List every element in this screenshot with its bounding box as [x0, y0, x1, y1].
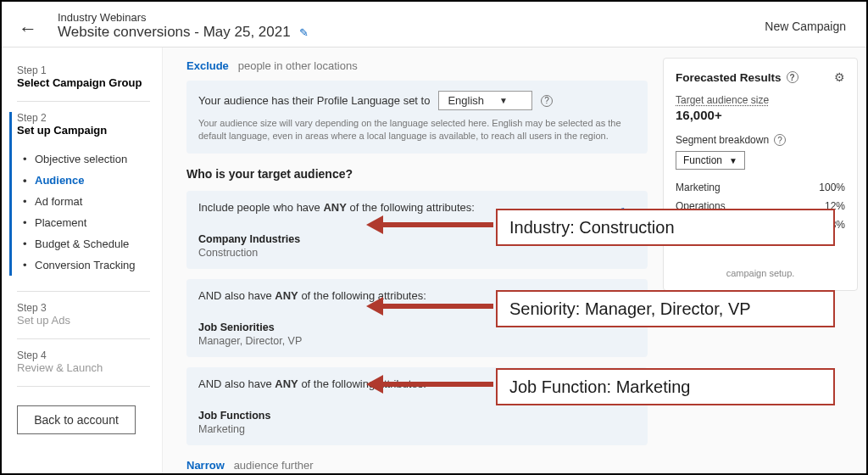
substeps-list: Objective selection Audience Ad format P… — [17, 148, 150, 276]
forecast-title-row: Forecasted Results ? — [676, 71, 798, 84]
target-audience-value: 16,000+ — [676, 108, 845, 122]
divider — [17, 338, 150, 339]
main-content: Exclude people in other locations Your a… — [163, 48, 663, 473]
target-audience-label: Target audience size — [676, 94, 845, 106]
language-select[interactable]: English ▼ — [438, 91, 532, 110]
segment-select[interactable]: Function ▼ — [676, 151, 745, 170]
segment-row: Marketing 100% — [676, 178, 845, 197]
forecast-title: Forecasted Results — [676, 71, 782, 84]
attr-lead-1: Include people who have ANY of the follo… — [198, 201, 475, 214]
step1-label: Step 1 — [17, 64, 150, 76]
annotation-arrow — [366, 224, 493, 225]
annotation-industry: Industry: Construction — [496, 209, 835, 246]
language-box: Your audience has their Profile Language… — [186, 81, 648, 154]
exclude-locations-link[interactable]: Exclude — [186, 59, 229, 72]
attr-lead-text: Include people who have — [198, 201, 323, 214]
caret-down-icon: ▼ — [729, 156, 737, 165]
attr-tail: of the following attributes: — [347, 201, 475, 214]
attr-label-functions: Job Functions — [198, 410, 636, 422]
step2-block: Step 2 Set up Campaign Objective selecti… — [9, 112, 150, 276]
attr-lead-text: AND also have — [198, 377, 275, 390]
breadcrumb: Industry Webinars — [58, 11, 765, 24]
attr-any: ANY — [275, 377, 298, 390]
substep-budget[interactable]: Budget & Schedule — [23, 233, 150, 254]
header-bar: ← Industry Webinars Website conversions … — [2, 2, 866, 48]
divider — [17, 101, 150, 102]
segment-breakdown-label: Segment breakdown ? — [676, 134, 845, 146]
attr-lead-text: AND also have — [198, 289, 275, 302]
attr-lead-2: AND also have ANY of the following attri… — [198, 289, 426, 302]
attr-value-functions: Marketing — [198, 423, 636, 435]
caret-down-icon: ▼ — [499, 96, 508, 105]
attr-tail: of the following attributes: — [298, 289, 426, 302]
step2-title: Set up Campaign — [17, 124, 150, 137]
substep-conversion[interactable]: Conversion Tracking — [23, 254, 150, 276]
gear-icon[interactable]: ⚙ — [834, 70, 845, 84]
attr-any: ANY — [323, 201, 346, 214]
edit-title-icon[interactable]: ✎ — [299, 26, 309, 39]
step2-label: Step 2 — [17, 112, 150, 124]
segment-value: Function — [683, 154, 722, 166]
target-audience-heading: Who is your target audience? — [186, 167, 648, 181]
substep-placement[interactable]: Placement — [23, 212, 150, 233]
annotation-jobfunction: Job Function: Marketing — [496, 368, 835, 405]
right-panel: Forecasted Results ? ⚙ Target audience s… — [663, 48, 866, 473]
substep-objective[interactable]: Objective selection — [23, 148, 150, 170]
step3-label: Step 3 — [17, 302, 150, 314]
annotation-arrow — [366, 305, 493, 306]
step3-title[interactable]: Set up Ads — [17, 314, 150, 327]
narrow-text: audience further — [234, 459, 314, 472]
help-icon[interactable]: ? — [541, 95, 553, 107]
new-campaign-link[interactable]: New Campaign — [765, 20, 846, 33]
campaign-setup-footer: campaign setup. — [676, 268, 845, 278]
exclude-locations-row: Exclude people in other locations — [186, 56, 648, 81]
exclude-locations-text: people in other locations — [238, 59, 358, 72]
help-icon[interactable]: ? — [774, 134, 786, 146]
language-note: Your audience size will vary depending o… — [198, 117, 636, 143]
segment-pct: 100% — [819, 182, 845, 193]
attr-value-seniorities: Manager, Director, VP — [198, 335, 636, 347]
language-prefix: Your audience has their Profile Language… — [198, 94, 430, 107]
divider — [17, 386, 150, 387]
attr-any: ANY — [275, 289, 298, 302]
substep-audience[interactable]: Audience — [23, 170, 150, 191]
language-value: English — [448, 94, 484, 107]
step4-label: Step 4 — [17, 349, 150, 361]
attr-value-industries: Construction — [198, 247, 636, 259]
header-titles: Industry Webinars Website conversions - … — [58, 11, 765, 41]
page-title: Website conversions - May 25, 2021 — [58, 24, 291, 41]
back-arrow-icon[interactable]: ← — [19, 13, 37, 40]
divider — [17, 291, 150, 292]
segment-name: Marketing — [676, 182, 721, 193]
segment-label-text: Segment breakdown — [676, 134, 769, 146]
annotation-seniority: Seniority: Manager, Director, VP — [496, 290, 835, 327]
substep-ad-format[interactable]: Ad format — [23, 191, 150, 212]
step4-title[interactable]: Review & Launch — [17, 361, 150, 374]
back-to-account-button[interactable]: Back to account — [17, 405, 136, 434]
forecast-card: Forecasted Results ? ⚙ Target audience s… — [663, 58, 858, 291]
sidebar: Step 1 Select Campaign Group Step 2 Set … — [2, 48, 163, 473]
narrow-audience-row: Narrow audience further — [186, 455, 648, 473]
page-title-row: Website conversions - May 25, 2021 ✎ — [58, 24, 765, 41]
narrow-link[interactable]: Narrow — [186, 459, 225, 472]
step1-title[interactable]: Select Campaign Group — [17, 76, 150, 89]
help-icon[interactable]: ? — [787, 71, 798, 83]
annotation-arrow — [366, 383, 493, 384]
